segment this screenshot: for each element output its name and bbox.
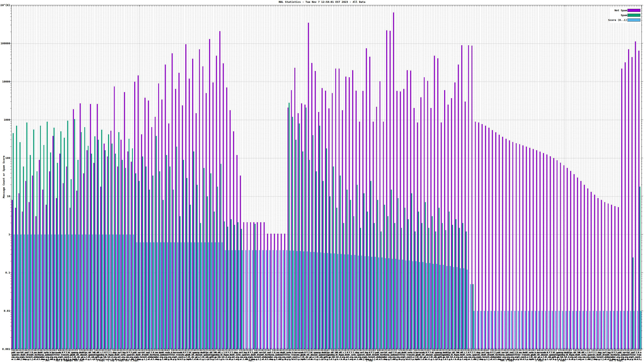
bar-not-spam [553,158,554,349]
bar-score-0-1- [143,242,144,349]
bar-score-0-1- [610,311,611,349]
bar-not-spam [230,110,231,349]
bar-score-0-1- [89,235,90,349]
y-minor-tick-right [642,211,642,212]
bar-not-spam [536,150,537,349]
bar-not-spam [49,171,50,349]
y-minor-tick-right [642,128,642,128]
bar-score-0-1- [600,311,600,349]
bar-not-spam [28,202,30,349]
bar-spam [13,133,14,349]
y-minor-tick-left [10,63,11,63]
bar-not-spam [308,23,309,349]
y-minor-tick-right [642,125,642,126]
bar-not-spam [281,234,282,349]
y-minor-tick-left [10,223,11,223]
bar-spam [81,132,82,349]
bar-spam [44,145,44,349]
bar-spam [156,136,157,349]
bar-spam [299,123,300,349]
bar-spam [435,232,436,349]
y-minor-tick-left [10,166,11,167]
bar-spam [128,139,130,349]
bar-not-spam [499,135,500,349]
bar-score-0-1- [201,242,202,349]
bar-not-spam [22,212,23,349]
y-minor-tick-right [642,45,642,45]
bar-not-spam [322,88,322,349]
bar-spam [220,164,222,349]
bar-score-0-1- [78,235,80,349]
y-minor-tick-left [10,20,11,20]
bar-score-0-1- [555,311,556,349]
bar-spam [391,190,392,349]
bar-not-spam [267,234,268,349]
bar-score-0-1- [31,235,32,349]
bar-score-0-1- [191,242,192,349]
bar-not-spam [614,206,616,349]
x-label-fragment: 1 hop [366,359,372,362]
bar-not-spam [632,57,632,349]
bar-spam [326,148,327,349]
y-minor-tick-right [642,250,642,250]
y-minor-tick-left [10,108,11,108]
y-minor-tick-right [642,276,642,276]
bar-spam [20,142,20,349]
y-minor-tick-left [10,83,11,83]
y-minor-tick-right [642,164,642,164]
bar-score-0-1- [242,250,243,349]
legend-swatch-spam-icon [628,14,640,17]
y-minor-tick-left [10,250,11,250]
bar-spam [428,228,429,349]
x-label-smear-row: or.i.shd.j.shop.g.i.j.ul.d.5.shop.g.i.sh… [11,358,642,361]
bar-score-0-1- [463,268,464,349]
bar-spam [394,223,395,349]
bar-score-0-1- [334,253,335,349]
bar-score-0-1- [48,235,49,349]
bar-not-spam [485,126,486,349]
bar-spam [302,151,303,349]
bar-score-0-1- [426,263,427,349]
bar-not-spam [587,188,588,349]
bar-not-spam [189,79,190,349]
bar-not-spam [390,31,391,349]
bar-not-spam [437,58,438,349]
bar-score-0-1- [286,250,287,349]
bar-not-spam [270,234,272,349]
bar-not-spam [407,70,408,349]
bar-score-0-1- [27,235,28,349]
bar-spam [210,173,211,349]
bar-not-spam [608,204,609,349]
bar-score-0-1- [368,256,369,349]
bar-spam [364,193,364,349]
bar-not-spam [454,82,456,349]
bar-score-0-1- [491,311,492,349]
bar-spam [319,126,320,349]
bar-not-spam [574,174,574,349]
bar-not-spam [100,187,101,349]
bar-score-0-1- [566,311,566,349]
bar-not-spam [430,108,432,349]
bar-spam [357,185,358,349]
bar-score-0-1- [371,257,372,349]
bar-score-0-1- [361,256,362,349]
bar-score-0-1- [215,242,216,349]
decade-gridline [12,82,642,82]
y-minor-tick-left [10,246,11,246]
bar-not-spam [635,41,636,349]
bar-spam [472,284,474,349]
bar-not-spam [529,148,530,349]
y-minor-tick-right [642,236,642,236]
bar-not-spam [543,153,544,349]
bar-not-spam [212,82,214,349]
bar-not-spam [403,89,404,349]
y-tick-label: 10000 [0,80,10,83]
bar-spam [309,160,310,349]
bar-score-0-1- [375,257,376,349]
bar-not-spam [564,165,564,349]
y-major-tick-right [642,81,643,82]
bar-not-spam [148,100,149,349]
y-minor-tick-right [642,58,642,59]
bar-score-0-1- [378,257,379,349]
bar-score-0-1- [385,258,386,349]
